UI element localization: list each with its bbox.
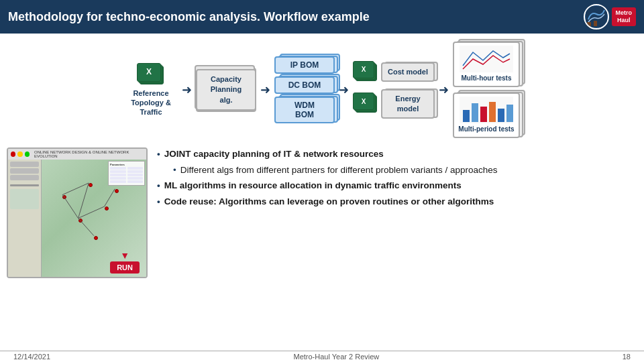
bullet-3-text: Code reuse: Algorithms can leverage on p… [164,195,494,209]
bullet-1: JOINT capacity planning of IT & network … [157,147,637,162]
page-title: Methodology for techno-economic analysis… [8,10,370,24]
table-cell-3 [110,170,126,173]
network-node-6 [115,189,119,193]
arrow-1: ➜ [182,84,192,96]
energy-model-box: Energy model [381,89,435,119]
multi-hour-box: Multi-hour tests [453,42,520,87]
footer-page: 18 [623,353,631,361]
table-header: Parameters [110,163,143,166]
capacity-label: Capacity Planning alg. [204,74,248,105]
bullet-2-text: ML algorithms in resource allocation in … [164,179,462,193]
table-row-1 [110,167,143,170]
table-row-3 [110,174,143,176]
map-sidebar [8,160,42,277]
table-row-4 [110,177,143,180]
wdm-bom-label: WDM BOM [294,101,315,119]
cost-model-icon: X [353,61,378,82]
max-btn-icon [25,152,30,157]
multi-period-box: Multi-period tests [453,93,520,138]
svg-line-11 [62,183,89,195]
diagram-section: X Reference Topology & Traffic ➜ Capacit… [0,34,644,138]
svg-rect-7 [480,107,487,122]
bom-column: IP BOM DC BOM WDM BOM [274,56,335,123]
logo-area: Metro Haul [584,4,637,29]
reference-icon: X [137,63,165,86]
network-node-1 [62,195,66,199]
bullet-1-sub-1-text: Different algs from different partners f… [180,164,498,178]
table-cell-7 [110,177,126,180]
table-cell-6 [127,174,144,176]
bar-chart [460,97,513,123]
table-cell-8 [127,177,144,180]
sidebar-map-thumbnail [10,189,39,209]
test-column: Multi-hour tests [453,42,520,138]
screenshot-area: ONLINE NETWORK DESIGN & ONLINE NETWORK E… [7,147,148,278]
table-cell-4 [127,170,144,173]
table-cell-2 [127,167,144,170]
table-overlay: Parameters [108,161,145,186]
bottom-section: ONLINE NETWORK DESIGN & ONLINE NETWORK E… [0,143,644,282]
line-chart-svg [460,46,513,72]
footer-date: 12/14/2021 [13,353,50,361]
energy-model-label: Energy model [388,94,428,115]
sidebar-item-3 [10,175,39,180]
screenshot-content: Parameters [8,160,146,277]
page-container: Methodology for techno-economic analysis… [0,0,644,362]
table-cell-9 [110,180,126,183]
footer: 12/14/2021 Metro-Haul Year 2 Review 18 [0,351,644,362]
header: Methodology for techno-economic analysis… [0,0,644,34]
logo-icon [586,6,607,27]
sidebar-divider [10,184,39,186]
capacity-box: Capacity Planning alg. [196,69,256,111]
ip-bom-label: IP BOM [290,60,319,70]
bullet-2: ML algorithms in resource allocation in … [157,179,637,193]
network-node-4 [105,206,109,210]
svg-rect-1 [587,22,591,26]
wdm-bom-box: WDM BOM [274,97,335,123]
svg-rect-6 [472,103,478,122]
table-cell-10 [127,180,144,183]
bullet-3: Code reuse: Algorithms can leverage on p… [157,195,637,209]
map-main: Parameters [42,160,146,277]
sidebar-item-1 [10,162,39,167]
cost-model-box: Cost model [381,62,435,82]
footer-source: Metro-Haul Year 2 Review [294,353,380,361]
run-button[interactable]: RUN [110,261,140,274]
network-node-2 [89,183,93,187]
cost-model-row: X Cost model [353,61,435,84]
run-arrow-icon: ▼ [110,250,140,261]
sidebar-item-2 [10,168,39,174]
diagram-area: X Reference Topology & Traffic ➜ Capacit… [13,42,631,138]
svg-rect-10 [506,105,513,122]
svg-line-14 [105,189,115,206]
energy-model-row: X Energy model [353,89,435,119]
screenshot-toolbar: ONLINE NETWORK DESIGN & ONLINE NETWORK E… [8,149,146,160]
line-chart [460,46,513,72]
min-btn-icon [17,152,22,157]
reference-label: Reference Topology & Traffic [124,88,178,117]
network-node-3 [78,219,83,223]
bar-chart-svg [460,97,513,123]
arrow-4: ➜ [439,84,449,96]
arrow-2: ➜ [260,84,270,96]
bullet-1-sub-1: Different algs from different partners f… [173,164,637,178]
cost-model-label: Cost model [388,67,428,77]
bullets-section: JOINT capacity planning of IT & network … [157,147,637,278]
svg-rect-9 [498,109,504,122]
logo-text: Metro Haul [612,7,637,26]
svg-rect-2 [594,21,597,26]
reference-box: X Reference Topology & Traffic [124,63,178,117]
svg-line-12 [78,183,89,219]
svg-rect-8 [489,102,496,122]
bullet-1-text: JOINT capacity planning of IT & network … [164,147,384,162]
network-node-5 [94,236,98,240]
multi-period-label: Multi-period tests [458,125,515,134]
arrow-3: ➜ [339,84,349,96]
table-cell-1 [110,167,126,170]
toolbar-title: ONLINE NETWORK DESIGN & ONLINE NETWORK E… [34,150,144,158]
table-cell-5 [110,174,126,176]
energy-model-icon: X [353,93,378,114]
multi-hour-label: Multi-hour tests [458,74,515,83]
svg-rect-5 [463,110,470,122]
close-btn-icon [11,152,15,157]
